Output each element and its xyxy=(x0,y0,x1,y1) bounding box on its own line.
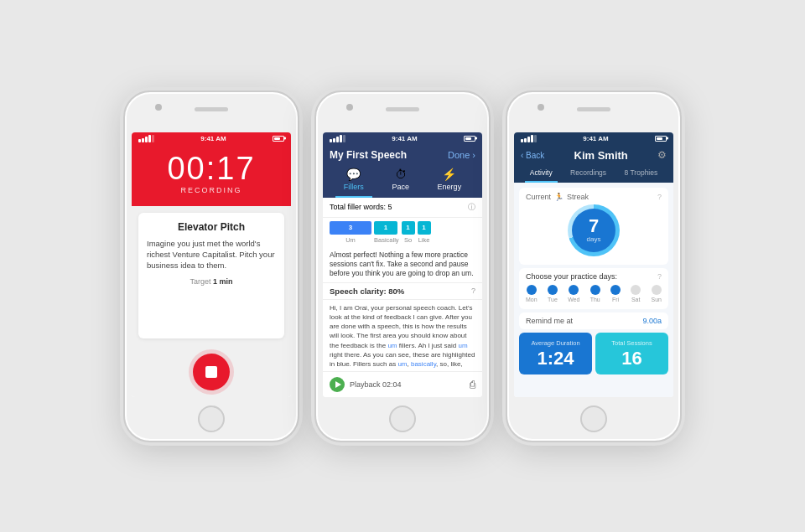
day-sat[interactable]: Sat xyxy=(631,285,641,302)
wed-label: Wed xyxy=(568,297,579,302)
tab-recordings[interactable]: Recordings xyxy=(565,165,611,183)
total-sessions-value: 16 xyxy=(621,349,641,368)
practice-header: Choose your practice days: ? xyxy=(526,272,662,281)
avg-duration-value: 1:24 xyxy=(537,349,574,368)
recording-label: RECORDING xyxy=(180,186,242,194)
practice-days-row: Mon Tue Wed xyxy=(526,285,662,302)
share-icon[interactable]: ⎙ xyxy=(470,379,475,390)
fillers-tab-label: Fillers xyxy=(344,183,364,191)
phone2-btn-right xyxy=(490,176,491,205)
phones-container: 9:41 AM 00:17 RECORDING Elevator Pitch I… xyxy=(123,90,682,442)
stop-circle[interactable] xyxy=(193,354,230,390)
practice-days-section: Choose your practice days: ? Mon Tue xyxy=(519,268,668,309)
tue-dot xyxy=(548,285,558,295)
tab-fillers[interactable]: 💬 Fillers xyxy=(335,164,372,198)
phone3-camera xyxy=(538,104,544,111)
settings-gear-icon[interactable]: ⚙ xyxy=(657,149,667,161)
phone-1-home-button[interactable] xyxy=(198,405,225,432)
play-button[interactable] xyxy=(330,377,345,392)
bar-um-label: Um xyxy=(330,236,371,244)
phone2-signal xyxy=(330,135,345,142)
play-icon xyxy=(335,381,341,388)
phone2-btn-left2 xyxy=(314,184,315,208)
day-fri[interactable]: Fri xyxy=(610,285,621,302)
day-sun[interactable]: Sun xyxy=(651,285,661,302)
phone3-speaker xyxy=(577,107,610,111)
filler-total-row: Total filler words: 5 ⓘ xyxy=(323,198,482,218)
phone2-done-button[interactable]: Done › xyxy=(448,150,475,160)
wed-dot xyxy=(569,285,579,295)
day-mon[interactable]: Mon xyxy=(526,285,538,302)
tab-trophies[interactable]: 8 Trophies xyxy=(620,165,663,183)
phone1-battery xyxy=(273,136,284,142)
phone2-tabs: 💬 Fillers ⏱ Pace ⚡ Energy xyxy=(330,164,475,198)
bar-like: 1 Like xyxy=(418,221,431,244)
stop-button-area[interactable] xyxy=(132,345,291,397)
day-tue[interactable]: Tue xyxy=(548,285,558,302)
tab-energy[interactable]: ⚡ Energy xyxy=(429,164,470,198)
bar-like-fill: 1 xyxy=(418,221,431,235)
energy-tab-label: Energy xyxy=(438,183,462,191)
phone2-btn-left3 xyxy=(314,214,315,237)
phone-btn-left2 xyxy=(123,184,124,208)
phone-2-home-button[interactable] xyxy=(389,405,416,432)
tab-activity[interactable]: Activity xyxy=(525,165,558,183)
energy-icon: ⚡ xyxy=(442,168,456,181)
phone-btn-left1 xyxy=(123,159,124,176)
remind-time[interactable]: 9.00a xyxy=(642,317,662,325)
um-highlight: um xyxy=(387,342,397,349)
phone-btn-left3 xyxy=(123,214,124,237)
phone-2-screen: 9:41 AM My First Speech Done › 💬 Filler xyxy=(323,132,482,397)
recording-header: 00:17 RECORDING xyxy=(132,144,291,206)
remind-label: Remind me at xyxy=(526,317,573,325)
phone-btn-right xyxy=(299,176,299,205)
card-target: Target 1 min xyxy=(147,277,276,286)
phone2-time: 9:41 AM xyxy=(392,135,417,142)
pace-icon: ⏱ xyxy=(395,168,407,181)
streak-help-icon[interactable]: ? xyxy=(657,193,662,201)
day-thu[interactable]: Thu xyxy=(590,285,600,302)
phone3-time: 9:41 AM xyxy=(583,135,608,142)
phone-camera xyxy=(155,104,162,111)
streak-circle: 7 days xyxy=(526,204,662,256)
playback-bar[interactable]: Playback 02:04 ⎙ xyxy=(323,371,482,397)
pace-tab-label: Pace xyxy=(392,183,409,191)
fri-label: Fri xyxy=(612,297,619,302)
clarity-help-icon[interactable]: ? xyxy=(471,287,475,295)
bar-basically-fill: 1 xyxy=(374,221,397,235)
mon-label: Mon xyxy=(526,297,538,302)
streak-header: Current 🏃 Streak ? xyxy=(526,193,662,201)
total-sessions-box: Total Sessions 16 xyxy=(595,333,668,374)
clarity-row: Speech clarity: 80% ? xyxy=(323,283,482,300)
phone2-title: My First Speech xyxy=(330,149,407,161)
phone-2: 9:41 AM My First Speech Done › 💬 Filler xyxy=(314,90,491,442)
tab-pace[interactable]: ⏱ Pace xyxy=(383,164,418,198)
info-icon[interactable]: ⓘ xyxy=(468,202,475,213)
bar-so: 1 So xyxy=(402,221,415,244)
signal-icon xyxy=(138,135,154,142)
bar-so-fill: 1 xyxy=(402,221,415,235)
phone3-signal xyxy=(521,135,537,142)
thu-dot xyxy=(590,285,600,295)
phone-3: 9:41 AM ‹ Back Kim Smith ⚙ Activity Reco… xyxy=(506,90,682,442)
clarity-label: Speech clarity: 80% xyxy=(330,287,404,296)
phone3-btn-right xyxy=(681,176,682,205)
phone2-battery xyxy=(464,136,475,142)
bar-basically: 1 Basically xyxy=(374,221,399,244)
practice-help-icon[interactable]: ? xyxy=(657,272,662,281)
run-icon: 🏃 xyxy=(554,193,564,201)
phone2-btn-left1 xyxy=(314,159,315,176)
back-button[interactable]: ‹ Back xyxy=(521,151,544,160)
filler-bars: 3 Um 1 Basically 1 So 1 xyxy=(323,218,482,247)
phone3-battery xyxy=(655,136,667,142)
phone3-tabs: Activity Recordings 8 Trophies xyxy=(521,165,667,183)
phone-3-home-button[interactable] xyxy=(580,405,607,432)
phone3-status-bar: 9:41 AM xyxy=(514,132,673,144)
day-wed[interactable]: Wed xyxy=(568,285,579,302)
bar-basically-label: Basically xyxy=(374,236,399,244)
user-name: Kim Smith xyxy=(574,149,628,162)
phone1-body: Elevator Pitch Imagine you just met the … xyxy=(132,206,291,397)
phone2-body: Total filler words: 5 ⓘ 3 Um 1 Basically xyxy=(323,198,482,397)
avg-duration-box: Average Duration 1:24 xyxy=(519,333,592,374)
bar-um-fill: 3 xyxy=(330,221,371,235)
